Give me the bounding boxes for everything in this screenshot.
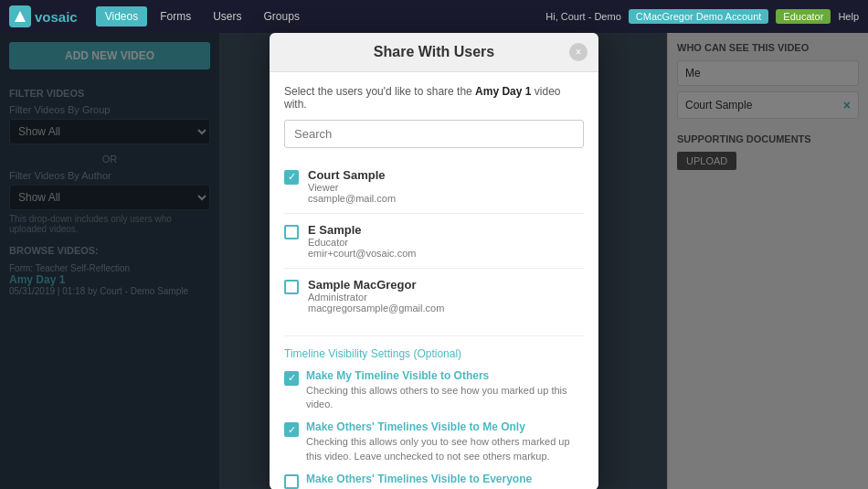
user-item-2: Sample MacGregor Administrator macgregor… xyxy=(284,269,584,323)
vosaic-logo-icon xyxy=(9,5,31,27)
share-with-users-modal: Share With Users × Select the users you'… xyxy=(270,33,598,490)
logo-text: vosaic xyxy=(35,9,78,25)
user-checkbox-2[interactable] xyxy=(284,280,299,294)
timeline-title: Timeline Visibility Settings (Optional) xyxy=(284,347,584,360)
modal-title: Share With Users xyxy=(374,44,494,60)
user-item-1: E Sample Educator emir+court@vosaic.com xyxy=(284,214,584,269)
main-area: ADD NEW VIDEO FILTER VIDEOS Filter Video… xyxy=(0,33,868,489)
help-link[interactable]: Help xyxy=(838,11,859,22)
timeline-option-1-content: Make Others' Timelines Visible to Me Onl… xyxy=(306,420,584,463)
modal-description: Select the users you'd like to share the… xyxy=(284,85,584,111)
user-email-2: macgregorsample@gmail.com xyxy=(308,303,584,314)
modal-overlay: Share With Users × Select the users you'… xyxy=(0,33,868,489)
modal-body: Select the users you'd like to share the… xyxy=(270,72,598,490)
modal-close-button[interactable]: × xyxy=(569,43,587,61)
timeline-optional-label: (Optional) xyxy=(413,347,461,360)
user-item-0: Court Sample Viewer csample@mail.com xyxy=(284,159,584,214)
user-greeting: Hi, Court - Demo xyxy=(545,11,621,22)
timeline-checkbox-0[interactable] xyxy=(284,371,299,386)
modal-video-name: Amy Day 1 xyxy=(475,85,531,98)
user-search-input[interactable] xyxy=(284,120,584,148)
nav-item-users[interactable]: Users xyxy=(204,6,250,27)
nav-items: Videos Forms Users Groups xyxy=(96,6,309,27)
nav-item-groups[interactable]: Groups xyxy=(255,6,309,27)
user-info-0: Court Sample Viewer csample@mail.com xyxy=(308,168,584,204)
user-info-2: Sample MacGregor Administrator macgregor… xyxy=(308,278,584,314)
nav-right: Hi, Court - Demo CMacGregor Demo Account… xyxy=(545,9,859,24)
timeline-checkbox-1[interactable] xyxy=(284,422,299,437)
timeline-label-2: Make Others' Timelines Visible to Everyo… xyxy=(306,473,584,485)
timeline-section: Timeline Visibility Settings (Optional) … xyxy=(284,335,584,490)
user-email-1: emir+court@vosaic.com xyxy=(308,248,584,259)
user-role-1: Educator xyxy=(308,237,584,248)
user-name-1: E Sample xyxy=(308,223,584,237)
timeline-label-0: Make My Timeline Visible to Others xyxy=(306,369,584,382)
account-badge[interactable]: CMacGregor Demo Account xyxy=(629,9,769,24)
modal-header: Share With Users × xyxy=(270,33,598,72)
user-checkbox-1[interactable] xyxy=(284,225,299,239)
user-role-2: Administrator xyxy=(308,292,584,303)
user-checkbox-0[interactable] xyxy=(284,170,299,185)
timeline-option-0: Make My Timeline Visible to Others Check… xyxy=(284,369,584,412)
user-name-0: Court Sample xyxy=(308,168,584,182)
educator-badge: Educator xyxy=(776,9,831,24)
timeline-desc-0: Checking this allows others to see how y… xyxy=(306,384,584,412)
user-role-0: Viewer xyxy=(308,182,584,193)
user-email-0: csample@mail.com xyxy=(308,193,584,204)
user-info-1: E Sample Educator emir+court@vosaic.com xyxy=(308,223,584,259)
timeline-option-1: Make Others' Timelines Visible to Me Onl… xyxy=(284,420,584,463)
timeline-checkbox-2[interactable] xyxy=(284,474,299,489)
svg-marker-0 xyxy=(15,11,26,22)
user-name-2: Sample MacGregor xyxy=(308,278,584,292)
timeline-option-2-content: Make Others' Timelines Visible to Everyo… xyxy=(306,473,584,489)
modal-desc-prefix: Select the users you'd like to share the xyxy=(284,85,472,98)
top-nav: vosaic Videos Forms Users Groups Hi, Cou… xyxy=(0,0,868,33)
timeline-label-1: Make Others' Timelines Visible to Me Onl… xyxy=(306,420,584,433)
timeline-section-title: Timeline Visibility Settings xyxy=(284,347,410,360)
nav-item-videos[interactable]: Videos xyxy=(96,6,147,27)
timeline-option-2: Make Others' Timelines Visible to Everyo… xyxy=(284,473,584,489)
timeline-option-0-content: Make My Timeline Visible to Others Check… xyxy=(306,369,584,412)
timeline-desc-1: Checking this allows only you to see how… xyxy=(306,435,584,463)
nav-logo: vosaic xyxy=(9,5,78,27)
nav-item-forms[interactable]: Forms xyxy=(151,6,200,27)
user-list: Court Sample Viewer csample@mail.com E S… xyxy=(284,159,584,323)
